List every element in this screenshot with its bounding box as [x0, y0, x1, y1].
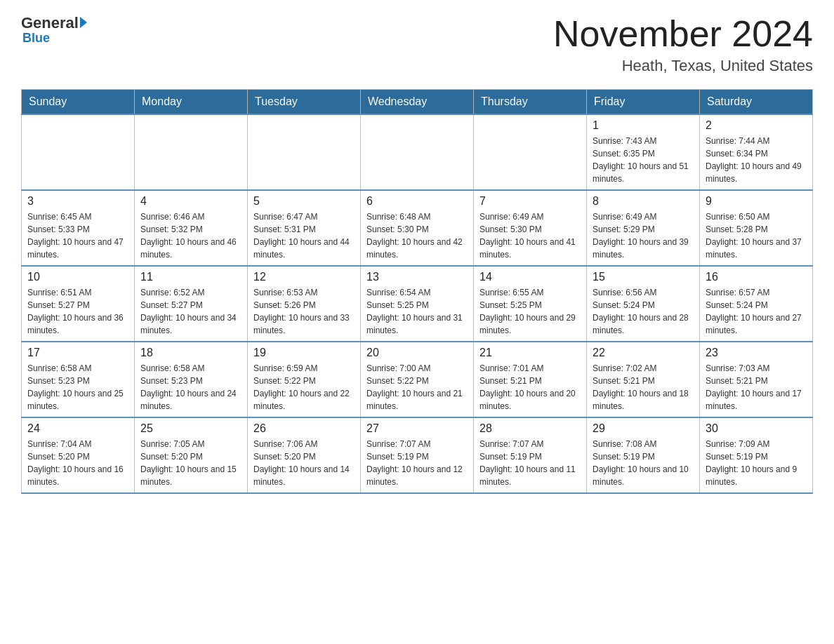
day-number: 27 — [366, 422, 468, 435]
calendar-cell-w1-d6: 1Sunrise: 7:43 AM Sunset: 6:35 PM Daylig… — [587, 114, 700, 190]
day-number: 25 — [140, 422, 241, 435]
day-info: Sunrise: 6:55 AM Sunset: 5:25 PM Dayligh… — [479, 286, 581, 337]
calendar-cell-w4-d6: 22Sunrise: 7:02 AM Sunset: 5:21 PM Dayli… — [587, 342, 700, 417]
day-number: 2 — [706, 119, 807, 132]
day-number: 12 — [253, 271, 355, 283]
header-row: Sunday Monday Tuesday Wednesday Thursday… — [22, 90, 813, 115]
col-saturday: Saturday — [700, 90, 813, 115]
day-number: 30 — [706, 422, 807, 435]
day-number: 5 — [253, 195, 355, 208]
day-number: 17 — [27, 347, 128, 359]
day-number: 8 — [593, 195, 694, 208]
logo-triangle — [80, 17, 87, 28]
calendar-cell-w2-d4: 6Sunrise: 6:48 AM Sunset: 5:30 PM Daylig… — [361, 190, 474, 266]
day-info: Sunrise: 7:07 AM Sunset: 5:19 PM Dayligh… — [479, 438, 581, 488]
month-title: November 2024 — [553, 14, 813, 54]
col-sunday: Sunday — [22, 90, 135, 115]
calendar-cell-w3-d7: 16Sunrise: 6:57 AM Sunset: 5:24 PM Dayli… — [700, 266, 813, 342]
week-row-3: 10Sunrise: 6:51 AM Sunset: 5:27 PM Dayli… — [22, 266, 813, 342]
calendar-cell-w5-d2: 25Sunrise: 7:05 AM Sunset: 5:20 PM Dayli… — [135, 417, 248, 493]
day-info: Sunrise: 7:08 AM Sunset: 5:19 PM Dayligh… — [593, 438, 694, 488]
day-number: 10 — [27, 271, 128, 283]
day-number: 9 — [706, 195, 807, 208]
day-info: Sunrise: 6:48 AM Sunset: 5:30 PM Dayligh… — [366, 210, 468, 261]
calendar-cell-w2-d6: 8Sunrise: 6:49 AM Sunset: 5:29 PM Daylig… — [587, 190, 700, 266]
day-info: Sunrise: 6:56 AM Sunset: 5:24 PM Dayligh… — [593, 286, 694, 337]
calendar-cell-w1-d3 — [248, 114, 361, 190]
calendar-cell-w2-d1: 3Sunrise: 6:45 AM Sunset: 5:33 PM Daylig… — [22, 190, 135, 266]
calendar-cell-w2-d3: 5Sunrise: 6:47 AM Sunset: 5:31 PM Daylig… — [248, 190, 361, 266]
calendar-cell-w3-d4: 13Sunrise: 6:54 AM Sunset: 5:25 PM Dayli… — [361, 266, 474, 342]
logo-general: General — [21, 14, 79, 32]
day-number: 19 — [253, 347, 355, 359]
day-info: Sunrise: 6:57 AM Sunset: 5:24 PM Dayligh… — [706, 286, 807, 337]
day-info: Sunrise: 7:04 AM Sunset: 5:20 PM Dayligh… — [27, 438, 128, 488]
day-number: 29 — [593, 422, 694, 435]
day-number: 11 — [140, 271, 241, 283]
day-info: Sunrise: 7:06 AM Sunset: 5:20 PM Dayligh… — [253, 438, 355, 488]
day-info: Sunrise: 7:44 AM Sunset: 6:34 PM Dayligh… — [706, 135, 807, 185]
day-info: Sunrise: 6:53 AM Sunset: 5:26 PM Dayligh… — [253, 286, 355, 337]
day-number: 26 — [253, 422, 355, 435]
calendar-cell-w5-d1: 24Sunrise: 7:04 AM Sunset: 5:20 PM Dayli… — [22, 417, 135, 493]
calendar-cell-w1-d4 — [361, 114, 474, 190]
calendar-cell-w2-d7: 9Sunrise: 6:50 AM Sunset: 5:28 PM Daylig… — [700, 190, 813, 266]
calendar-cell-w4-d2: 18Sunrise: 6:58 AM Sunset: 5:23 PM Dayli… — [135, 342, 248, 417]
day-info: Sunrise: 6:52 AM Sunset: 5:27 PM Dayligh… — [140, 286, 241, 337]
calendar-cell-w4-d1: 17Sunrise: 6:58 AM Sunset: 5:23 PM Dayli… — [22, 342, 135, 417]
calendar-cell-w5-d3: 26Sunrise: 7:06 AM Sunset: 5:20 PM Dayli… — [248, 417, 361, 493]
calendar-cell-w3-d3: 12Sunrise: 6:53 AM Sunset: 5:26 PM Dayli… — [248, 266, 361, 342]
day-info: Sunrise: 6:45 AM Sunset: 5:33 PM Dayligh… — [27, 210, 128, 261]
calendar-cell-w5-d5: 28Sunrise: 7:07 AM Sunset: 5:19 PM Dayli… — [474, 417, 587, 493]
calendar-cell-w4-d3: 19Sunrise: 6:59 AM Sunset: 5:22 PM Dayli… — [248, 342, 361, 417]
day-info: Sunrise: 6:49 AM Sunset: 5:30 PM Dayligh… — [479, 210, 581, 261]
calendar-cell-w5-d4: 27Sunrise: 7:07 AM Sunset: 5:19 PM Dayli… — [361, 417, 474, 493]
calendar-cell-w1-d1 — [22, 114, 135, 190]
col-friday: Friday — [587, 90, 700, 115]
day-info: Sunrise: 7:00 AM Sunset: 5:22 PM Dayligh… — [366, 362, 468, 412]
calendar-cell-w4-d7: 23Sunrise: 7:03 AM Sunset: 5:21 PM Dayli… — [700, 342, 813, 417]
calendar-cell-w1-d2 — [135, 114, 248, 190]
day-info: Sunrise: 6:59 AM Sunset: 5:22 PM Dayligh… — [253, 362, 355, 412]
day-info: Sunrise: 6:51 AM Sunset: 5:27 PM Dayligh… — [27, 286, 128, 337]
calendar-cell-w1-d5 — [474, 114, 587, 190]
calendar-table: Sunday Monday Tuesday Wednesday Thursday… — [21, 89, 813, 494]
calendar-cell-w3-d5: 14Sunrise: 6:55 AM Sunset: 5:25 PM Dayli… — [474, 266, 587, 342]
calendar-cell-w3-d1: 10Sunrise: 6:51 AM Sunset: 5:27 PM Dayli… — [22, 266, 135, 342]
location: Heath, Texas, United States — [553, 57, 813, 75]
day-info: Sunrise: 7:01 AM Sunset: 5:21 PM Dayligh… — [479, 362, 581, 412]
day-number: 6 — [366, 195, 468, 208]
title-section: November 2024 Heath, Texas, United State… — [553, 14, 813, 75]
logo-blue: Blue — [22, 31, 50, 46]
calendar-cell-w3-d6: 15Sunrise: 6:56 AM Sunset: 5:24 PM Dayli… — [587, 266, 700, 342]
day-number: 28 — [479, 422, 581, 435]
page-header: General Blue November 2024 Heath, Texas,… — [21, 14, 813, 75]
day-number: 24 — [27, 422, 128, 435]
calendar-cell-w1-d7: 2Sunrise: 7:44 AM Sunset: 6:34 PM Daylig… — [700, 114, 813, 190]
col-wednesday: Wednesday — [361, 90, 474, 115]
logo: General Blue — [21, 14, 87, 46]
day-number: 14 — [479, 271, 581, 283]
calendar-cell-w4-d5: 21Sunrise: 7:01 AM Sunset: 5:21 PM Dayli… — [474, 342, 587, 417]
week-row-5: 24Sunrise: 7:04 AM Sunset: 5:20 PM Dayli… — [22, 417, 813, 493]
day-info: Sunrise: 7:03 AM Sunset: 5:21 PM Dayligh… — [706, 362, 807, 412]
day-info: Sunrise: 6:54 AM Sunset: 5:25 PM Dayligh… — [366, 286, 468, 337]
day-info: Sunrise: 6:49 AM Sunset: 5:29 PM Dayligh… — [593, 210, 694, 261]
day-info: Sunrise: 7:02 AM Sunset: 5:21 PM Dayligh… — [593, 362, 694, 412]
day-number: 16 — [706, 271, 807, 283]
calendar-cell-w2-d5: 7Sunrise: 6:49 AM Sunset: 5:30 PM Daylig… — [474, 190, 587, 266]
day-info: Sunrise: 7:05 AM Sunset: 5:20 PM Dayligh… — [140, 438, 241, 488]
day-number: 13 — [366, 271, 468, 283]
day-number: 18 — [140, 347, 241, 359]
day-info: Sunrise: 7:07 AM Sunset: 5:19 PM Dayligh… — [366, 438, 468, 488]
day-info: Sunrise: 6:58 AM Sunset: 5:23 PM Dayligh… — [140, 362, 241, 412]
calendar-cell-w2-d2: 4Sunrise: 6:46 AM Sunset: 5:32 PM Daylig… — [135, 190, 248, 266]
col-monday: Monday — [135, 90, 248, 115]
week-row-2: 3Sunrise: 6:45 AM Sunset: 5:33 PM Daylig… — [22, 190, 813, 266]
day-number: 22 — [593, 347, 694, 359]
day-number: 3 — [27, 195, 128, 208]
calendar-cell-w5-d6: 29Sunrise: 7:08 AM Sunset: 5:19 PM Dayli… — [587, 417, 700, 493]
calendar-cell-w3-d2: 11Sunrise: 6:52 AM Sunset: 5:27 PM Dayli… — [135, 266, 248, 342]
day-info: Sunrise: 6:58 AM Sunset: 5:23 PM Dayligh… — [27, 362, 128, 412]
day-number: 1 — [593, 119, 694, 132]
